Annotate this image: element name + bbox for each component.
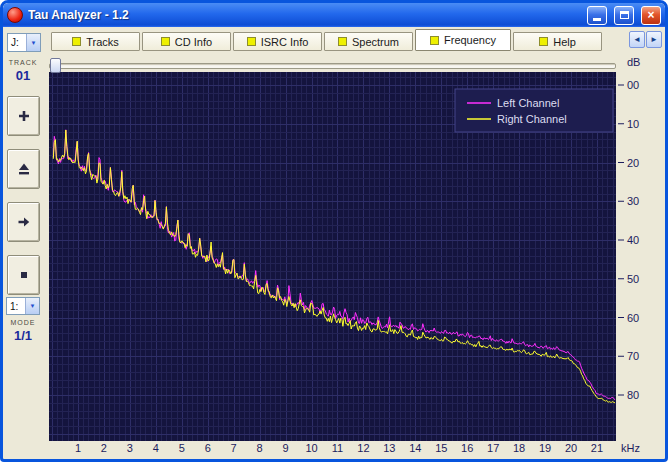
app-icon — [7, 7, 23, 23]
title-bar[interactable]: Tau Analyzer - 1.2 × — [3, 3, 665, 27]
tab-spectrum[interactable]: Spectrum — [324, 32, 413, 51]
chevron-down-icon[interactable]: ▼ — [25, 298, 39, 314]
plus-icon — [17, 109, 31, 123]
tab-label: CD Info — [175, 36, 212, 48]
tab-frequency[interactable]: Frequency — [415, 29, 511, 51]
x-tick-label: 15 — [435, 442, 447, 454]
x-tick-label: 7 — [231, 442, 237, 454]
y-tick-label: 20 — [627, 157, 639, 169]
chart-zone: Left ChannelRight ChanneldB0010203040506… — [43, 52, 665, 460]
x-tick-label: 11 — [332, 442, 343, 454]
minimize-button[interactable] — [587, 6, 607, 25]
tab-led-icon — [161, 37, 170, 46]
arrow-left-icon: ◄ — [633, 35, 641, 44]
slider-thumb[interactable] — [50, 58, 61, 73]
x-tick-label: 1 — [75, 442, 81, 454]
close-button[interactable]: × — [641, 6, 661, 25]
stop-icon — [17, 268, 31, 282]
track-caption: TRACK — [3, 59, 43, 66]
app-window: Tau Analyzer - 1.2 × Tracks CD Info ISRC… — [0, 0, 668, 462]
slider-track[interactable] — [49, 63, 616, 69]
x-tick-label: 3 — [127, 442, 133, 454]
eject-icon — [17, 162, 31, 176]
maximize-icon — [620, 11, 629, 19]
frequency-spectrum-chart: Left ChannelRight ChanneldB0010203040506… — [43, 52, 665, 460]
sidebar: TRACK 01 — [3, 52, 43, 460]
x-tick-label: 18 — [513, 442, 525, 454]
eject-button[interactable] — [7, 149, 40, 189]
x-tick-label: 17 — [487, 442, 499, 454]
x-tick-label: 16 — [461, 442, 473, 454]
track-number: 01 — [3, 68, 43, 83]
mode-select-value: 1: — [10, 301, 18, 312]
tab-label: ISRC Info — [261, 36, 309, 48]
legend-label: Right Channel — [497, 113, 567, 125]
tab-led-icon — [430, 36, 439, 45]
y-tick-label: 00 — [627, 79, 639, 91]
tab-led-icon — [539, 37, 548, 46]
stop-button[interactable] — [7, 255, 40, 295]
y-tick-label: 50 — [627, 273, 639, 285]
x-tick-label: 8 — [257, 442, 263, 454]
y-tick-label: 70 — [627, 350, 639, 362]
arrow-right-icon: ► — [650, 35, 658, 44]
tab-label: Frequency — [444, 34, 496, 46]
x-tick-label: 5 — [179, 442, 185, 454]
plus-button[interactable] — [7, 96, 40, 136]
drive-select[interactable]: J: ▼ — [7, 33, 41, 52]
tab-led-icon — [72, 37, 81, 46]
y-tick-label: 80 — [627, 389, 639, 401]
x-tick-label: 21 — [591, 442, 603, 454]
tab-label: Tracks — [86, 36, 119, 48]
x-tick-label: 2 — [101, 442, 107, 454]
x-tick-label: 4 — [153, 442, 159, 454]
tab-isrc-info[interactable]: ISRC Info — [233, 32, 322, 51]
tab-bar: Tracks CD Info ISRC Info Spectrum Freque… — [3, 27, 665, 52]
x-tick-label: 12 — [357, 442, 369, 454]
tab-help[interactable]: Help — [513, 32, 602, 51]
close-icon: × — [647, 9, 654, 21]
tab-scroll-right-button[interactable]: ► — [646, 31, 662, 48]
tab-scroll-left-button[interactable]: ◄ — [629, 31, 645, 48]
x-tick-label: 6 — [205, 442, 211, 454]
maximize-button[interactable] — [614, 6, 634, 25]
mode-value: 1/1 — [3, 328, 43, 343]
legend-label: Left Channel — [497, 97, 559, 109]
y-tick-label: 60 — [627, 312, 639, 324]
legend: Left ChannelRight Channel — [455, 89, 613, 132]
mode-caption: MODE — [3, 319, 43, 326]
drive-select-value: J: — [11, 37, 19, 48]
x-tick-label: 9 — [282, 442, 288, 454]
y-tick-label: 40 — [627, 234, 639, 246]
x-tick-label: 20 — [565, 442, 577, 454]
minimize-icon — [593, 18, 601, 21]
tab-label: Help — [553, 36, 576, 48]
tab-label: Spectrum — [352, 36, 399, 48]
position-slider[interactable] — [49, 58, 616, 71]
mode-select[interactable]: 1: ▼ — [6, 297, 40, 315]
arrow-right-icon — [17, 215, 31, 229]
x-tick-label: 19 — [539, 442, 551, 454]
window-title: Tau Analyzer - 1.2 — [28, 8, 580, 22]
chevron-down-icon[interactable]: ▼ — [26, 34, 40, 51]
tab-led-icon — [338, 37, 347, 46]
y-axis-labels: dB001020304050607080 — [618, 56, 640, 401]
x-tick-label: 13 — [383, 442, 395, 454]
tab-tracks[interactable]: Tracks — [51, 32, 140, 51]
tab-scroll-group: ◄ ► — [629, 31, 662, 48]
x-tick-label: 10 — [305, 442, 317, 454]
y-tick-label: 30 — [627, 195, 639, 207]
x-axis-labels: 123456789101112131415161718192021kHz — [75, 442, 640, 454]
y-axis-unit: dB — [627, 56, 640, 68]
main-content: TRACK 01 — [3, 52, 665, 460]
x-tick-label: 14 — [409, 442, 421, 454]
forward-button[interactable] — [7, 202, 40, 242]
x-axis-unit: kHz — [621, 442, 640, 454]
tab-cd-info[interactable]: CD Info — [142, 32, 231, 51]
tab-led-icon — [247, 37, 256, 46]
y-tick-label: 10 — [627, 118, 639, 130]
